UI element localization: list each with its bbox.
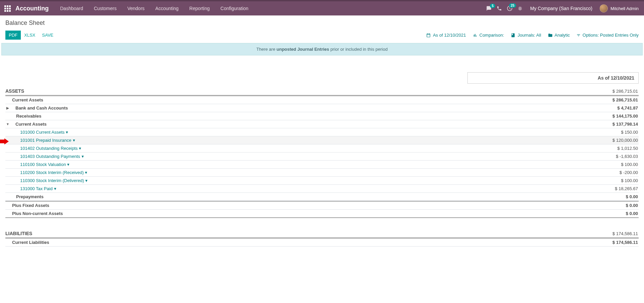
- row-assets[interactable]: ASSETS $ 286,715.01: [5, 87, 639, 96]
- report-table: ASSETS $ 286,715.01 Current Assets $ 286…: [5, 87, 639, 247]
- caret-down-icon[interactable]: ▾: [79, 146, 81, 151]
- account-value: $ 100.00: [598, 178, 639, 183]
- row-current-assets[interactable]: Current Assets $ 286,715.01: [5, 96, 639, 104]
- caret-down-icon[interactable]: ▾: [67, 162, 70, 167]
- save-button[interactable]: SAVE: [39, 31, 57, 40]
- unposted-alert: There are unposted Journal Entries prior…: [1, 43, 643, 55]
- nav-customers[interactable]: Customers: [89, 1, 122, 16]
- account-link[interactable]: 101403 Outstanding Payments: [20, 154, 80, 159]
- caret-down-icon[interactable]: ▾: [85, 170, 87, 175]
- user-menu[interactable]: Mitchell Admin: [600, 4, 641, 12]
- account-value: $ -1,630.03: [598, 154, 639, 159]
- account-value: $ 100.00: [598, 162, 639, 167]
- book-icon: [511, 33, 515, 38]
- filter-comparison[interactable]: Comparison:: [473, 33, 504, 38]
- caret-down-icon[interactable]: ▼: [5, 122, 10, 126]
- row-current-liabilities[interactable]: Current Liabilities $ 174,586.11: [5, 239, 639, 247]
- avatar: [600, 4, 608, 12]
- row-account[interactable]: 110200 Stock Interim (Received)▾$ -200.0…: [5, 169, 639, 177]
- nav-vendors[interactable]: Vendors: [122, 1, 150, 16]
- caret-down-icon[interactable]: ▾: [54, 186, 56, 191]
- annotation-arrow-icon: [0, 138, 9, 145]
- filter-icon: [577, 33, 581, 37]
- account-value: $ 150.00: [598, 130, 639, 135]
- row-current-assets-sub[interactable]: ▼Current Assets $ 137,798.14: [5, 120, 639, 128]
- row-account[interactable]: 110300 Stock Interim (Delivered)▾$ 100.0…: [5, 177, 639, 185]
- account-value: $ 18,265.67: [598, 186, 639, 191]
- caret-down-icon[interactable]: ▾: [66, 130, 68, 135]
- filter-options[interactable]: Options: Posted Entries Only: [577, 33, 639, 38]
- row-fixed-assets[interactable]: Plus Fixed Assets $ 0.00: [5, 201, 639, 210]
- row-bank-cash[interactable]: ▶Bank and Cash Accounts $ 4,741.87: [5, 104, 639, 112]
- account-link[interactable]: 131000 Tax Paid: [20, 186, 53, 191]
- folder-icon: [548, 33, 553, 38]
- page-header: Balance Sheet: [0, 15, 644, 27]
- account-value: $ 1,012.50: [598, 146, 639, 151]
- row-receivables[interactable]: Receivables $ 144,175.00: [5, 112, 639, 120]
- row-account[interactable]: 101402 Outstanding Receipts▾$ 1,012.50: [5, 144, 639, 153]
- user-name: Mitchell Admin: [610, 6, 639, 11]
- caret-down-icon[interactable]: ▾: [82, 154, 84, 159]
- nav-accounting[interactable]: Accounting: [150, 1, 184, 16]
- filter-asof[interactable]: As of 12/10/2021: [426, 33, 466, 38]
- apps-launcher-icon[interactable]: [3, 4, 12, 13]
- activities-icon[interactable]: 25: [507, 5, 513, 11]
- caret-down-icon[interactable]: ▾: [85, 178, 88, 183]
- nav-dashboard[interactable]: Dashboard: [55, 1, 89, 16]
- row-noncurrent-assets[interactable]: Plus Non-current Assets $ 0.00: [5, 210, 639, 218]
- row-account[interactable]: 131000 Tax Paid▾$ 18,265.67: [5, 185, 639, 193]
- calendar-icon: [426, 33, 431, 38]
- caret-down-icon[interactable]: ▾: [73, 138, 75, 143]
- xlsx-button[interactable]: XLSX: [21, 31, 39, 40]
- topbar-right: 5 25 My Company (San Francisco) Mitchell…: [486, 4, 641, 12]
- app-brand[interactable]: Accounting: [15, 5, 49, 12]
- nav-reporting[interactable]: Reporting: [184, 1, 215, 16]
- filter-journals[interactable]: Journals: All: [511, 33, 541, 38]
- account-link[interactable]: 110100 Stock Valuation: [20, 162, 66, 167]
- account-value: $ 120,000.00: [598, 138, 639, 143]
- chart-icon: [473, 33, 477, 38]
- nav-configuration[interactable]: Configuration: [215, 1, 254, 16]
- top-navbar: Accounting Dashboard Customers Vendors A…: [0, 0, 644, 15]
- messages-badge: 5: [490, 4, 495, 8]
- report-content: As of 12/10/2021 ASSETS $ 286,715.01 Cur…: [0, 55, 644, 253]
- caret-right-icon[interactable]: ▶: [5, 106, 10, 110]
- company-selector[interactable]: My Company (San Francisco): [527, 6, 595, 11]
- page-title: Balance Sheet: [5, 19, 639, 27]
- filter-analytic[interactable]: Analytic: [548, 33, 570, 38]
- account-link[interactable]: 110200 Stock Interim (Received): [20, 170, 84, 175]
- debug-icon[interactable]: [517, 6, 523, 11]
- phone-icon[interactable]: [497, 6, 502, 11]
- unposted-link[interactable]: unposted Journal Entries: [277, 47, 329, 52]
- row-account[interactable]: 101403 Outstanding Payments▾$ -1,630.03: [5, 153, 639, 161]
- account-link[interactable]: 101402 Outstanding Receipts: [20, 146, 78, 151]
- account-value: $ -200.00: [598, 170, 639, 175]
- activities-badge: 25: [509, 3, 516, 8]
- row-prepayments[interactable]: Prepayments $ 0.00: [5, 193, 639, 201]
- pdf-button[interactable]: PDF: [5, 31, 21, 40]
- main-nav: Dashboard Customers Vendors Accounting R…: [55, 1, 254, 16]
- row-liabilities[interactable]: LIABILITIES $ 174,586.11: [5, 229, 639, 239]
- report-date-header: As of 12/10/2021: [467, 72, 639, 84]
- messages-icon[interactable]: 5: [486, 6, 492, 11]
- filter-bar: As of 12/10/2021 Comparison: Journals: A…: [426, 33, 639, 38]
- toolbar: PDF XLSX SAVE As of 12/10/2021 Compariso…: [0, 31, 644, 43]
- account-link[interactable]: 101001 Prepaid Insurance: [20, 138, 72, 143]
- report-scroll[interactable]: There are unposted Journal Entries prior…: [0, 43, 644, 300]
- row-account[interactable]: 101000 Current Assets▾$ 150.00: [5, 128, 639, 136]
- row-account[interactable]: 110100 Stock Valuation▾$ 100.00: [5, 161, 639, 169]
- account-link[interactable]: 110300 Stock Interim (Delivered): [20, 178, 84, 183]
- account-link[interactable]: 101000 Current Assets: [20, 130, 64, 135]
- row-account[interactable]: 101001 Prepaid Insurance▾$ 120,000.00: [5, 136, 639, 144]
